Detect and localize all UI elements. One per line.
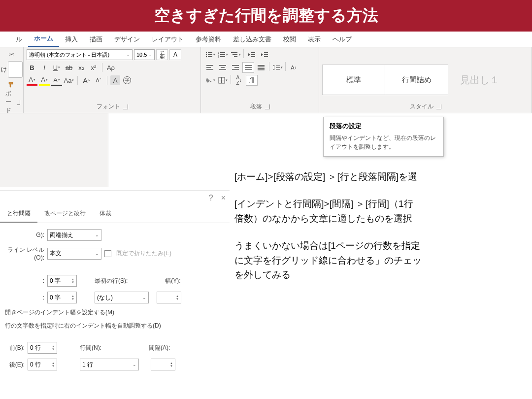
width-spinner[interactable]: ▲▼ bbox=[157, 292, 181, 303]
clipboard-launcher-icon[interactable] bbox=[17, 100, 20, 105]
paste-button[interactable]: け bbox=[1, 61, 23, 78]
styles-group-label: スタイル bbox=[322, 101, 529, 113]
char-border-button[interactable]: A bbox=[169, 49, 181, 60]
highlight-button[interactable]: A▾ bbox=[39, 75, 50, 86]
show-marks-button[interactable] bbox=[246, 75, 258, 86]
font-launcher-icon[interactable] bbox=[123, 104, 128, 109]
subscript-button[interactable]: x₂ bbox=[76, 62, 87, 73]
document-page[interactable] bbox=[108, 114, 232, 186]
svg-rect-36 bbox=[258, 69, 265, 70]
align-left-button[interactable] bbox=[204, 62, 216, 73]
svg-rect-22 bbox=[206, 67, 211, 68]
decrease-indent-button[interactable] bbox=[246, 49, 258, 60]
outline-label: ライン レベル(O): bbox=[5, 246, 44, 261]
align-right-button[interactable] bbox=[230, 62, 241, 73]
svg-rect-26 bbox=[219, 69, 226, 70]
dialog-tab-style[interactable]: 体裁 bbox=[93, 205, 118, 223]
borders-button[interactable]: ▾ bbox=[217, 75, 229, 86]
tab-view[interactable]: 表示 bbox=[302, 32, 327, 47]
outline-combo[interactable]: 本文⌄ bbox=[47, 248, 101, 260]
svg-rect-32 bbox=[245, 69, 252, 70]
indent-left-spinner[interactable]: 0 字▲▼ bbox=[47, 275, 77, 287]
svg-rect-31 bbox=[245, 67, 252, 68]
svg-rect-35 bbox=[258, 68, 265, 69]
tab-layout[interactable]: レイアウト bbox=[146, 32, 190, 47]
increase-indent-button[interactable] bbox=[259, 49, 270, 60]
svg-rect-17 bbox=[251, 56, 255, 57]
style-no-spacing[interactable]: 行間詰め bbox=[385, 65, 448, 95]
fold-checkbox[interactable] bbox=[104, 250, 111, 257]
ruby-button[interactable]: ア亜 bbox=[156, 49, 168, 60]
instruction-line-2: [インデントと行間隔]>[間隔] ＞[行間]（1行 倍数）のなかから文章に適した… bbox=[234, 197, 532, 226]
circled-char-button[interactable]: A bbox=[110, 75, 120, 85]
svg-rect-5 bbox=[208, 56, 212, 57]
clear-format-button[interactable]: Aρ bbox=[105, 62, 116, 73]
multilevel-list-button[interactable]: ▾ bbox=[230, 49, 241, 60]
before-label: 前(B): bbox=[5, 344, 25, 352]
underline-button[interactable]: U▾ bbox=[51, 62, 62, 73]
paragraph-group: ▾ 123▾ ▾ ▾ A↕ ▾ ▾ bbox=[201, 47, 319, 113]
format-painter-icon[interactable] bbox=[7, 81, 16, 89]
font-size-combo[interactable]: 10.5⌄ bbox=[134, 49, 155, 60]
before-spinner[interactable]: 0 行▲▼ bbox=[28, 342, 57, 354]
tab-design[interactable]: デザイン bbox=[108, 32, 146, 47]
change-case-button[interactable]: Aa▾ bbox=[64, 75, 74, 86]
firstline-combo[interactable]: (なし)⌄ bbox=[95, 292, 149, 303]
shading-button[interactable]: ▾ bbox=[204, 75, 216, 86]
dialog-help-icon[interactable]: ? bbox=[209, 194, 213, 202]
bullet-list-button[interactable]: ▾ bbox=[204, 49, 216, 60]
text-direction-button[interactable]: A↕ bbox=[288, 62, 299, 73]
instruction-text: [ホーム]>[段落の設定] ＞[行と段落間隔]を選 [インデントと行間隔]>[間… bbox=[234, 169, 532, 295]
char-shading-button[interactable]: A▾ bbox=[51, 75, 62, 86]
style-normal[interactable]: 標準 bbox=[322, 65, 385, 95]
tab-review[interactable]: 校閲 bbox=[277, 32, 302, 47]
styles-launcher-icon[interactable] bbox=[436, 104, 441, 109]
width-label: 幅(Y): bbox=[165, 277, 180, 285]
indent-left-label: : bbox=[5, 277, 44, 284]
grow-font-button[interactable]: A^ bbox=[81, 75, 92, 86]
distribute-button[interactable] bbox=[255, 62, 267, 73]
number-list-button[interactable]: 123▾ bbox=[217, 49, 229, 60]
svg-rect-1 bbox=[208, 52, 212, 53]
dialog-tab-pagebreak[interactable]: 改ページと改行 bbox=[37, 205, 93, 223]
tab-home[interactable]: ホーム bbox=[28, 31, 59, 47]
align-center-button[interactable] bbox=[217, 62, 229, 73]
tab-insert[interactable]: 挿入 bbox=[59, 32, 84, 47]
cut-icon[interactable]: ✂ bbox=[7, 50, 16, 58]
tab-references[interactable]: 参考資料 bbox=[190, 32, 227, 47]
indent-right-label: : bbox=[5, 294, 44, 301]
alignment-combo[interactable]: 両端揃え⌄ bbox=[47, 229, 101, 241]
paragraph-launcher-icon[interactable] bbox=[265, 104, 270, 109]
sort-button[interactable]: AZ↓ bbox=[233, 75, 245, 86]
font-color-button[interactable]: A▾ bbox=[27, 75, 37, 86]
tab-draw[interactable]: 描画 bbox=[84, 32, 108, 47]
font-group-label: フォント bbox=[27, 101, 198, 113]
shrink-font-button[interactable]: A˅ bbox=[93, 75, 104, 86]
dialog-tab-indent[interactable]: と行間隔 bbox=[0, 205, 37, 223]
strike-button[interactable]: ab bbox=[64, 62, 74, 73]
linespacing-combo[interactable]: 1 行⌄ bbox=[80, 359, 139, 370]
svg-rect-39 bbox=[276, 67, 280, 68]
line-spacing-button[interactable]: ▾ bbox=[271, 62, 283, 73]
bold-button[interactable]: B bbox=[27, 62, 37, 73]
font-name-combo[interactable]: 游明朝 (本文のフォント - 日本語)⌄ bbox=[27, 49, 133, 60]
after-spinner[interactable]: 0 行▲▼ bbox=[28, 359, 57, 370]
dialog-close-icon[interactable]: × bbox=[221, 194, 226, 202]
tab-help[interactable]: ヘルプ bbox=[327, 32, 358, 47]
indent-right-spinner[interactable]: 0 字▲▼ bbox=[47, 292, 77, 303]
enclose-char-button[interactable]: 字 bbox=[122, 75, 133, 86]
svg-rect-12 bbox=[231, 52, 237, 53]
spacing-spinner[interactable]: ▲▼ bbox=[151, 359, 175, 370]
justify-button[interactable] bbox=[242, 62, 254, 73]
svg-rect-16 bbox=[251, 54, 255, 55]
ribbon: ✂ け ボード 游明朝 (本文のフォント - 日本語)⌄ 10.5⌄ ア亜 bbox=[0, 47, 532, 113]
style-heading1[interactable]: 見出し１ bbox=[448, 65, 511, 95]
superscript-button[interactable]: x² bbox=[88, 62, 99, 73]
tooltip-title: 段落の設定 bbox=[330, 122, 437, 131]
tab-file-fragment[interactable]: ル bbox=[10, 32, 28, 47]
linespacing-label: 行間(N): bbox=[80, 344, 101, 352]
paragraph-settings-tooltip: 段落の設定 間隔やインデントなど、現在の段落のレイアウトを調整します。 bbox=[323, 117, 444, 157]
italic-button[interactable]: I bbox=[39, 62, 50, 73]
tab-mailings[interactable]: 差し込み文書 bbox=[227, 32, 277, 47]
fold-label: 既定で折りたたみ(E) bbox=[116, 249, 171, 258]
